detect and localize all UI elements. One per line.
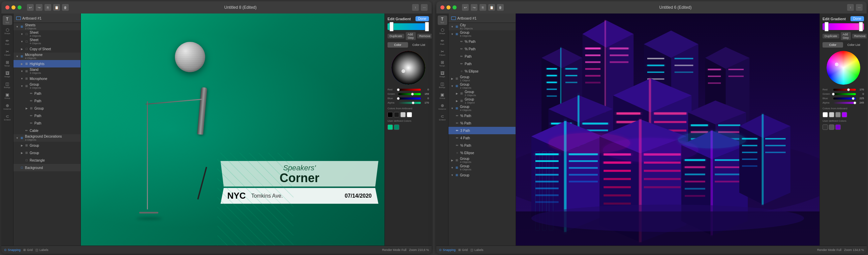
layer-r-group-3a[interactable]: ▶ ⊞ Group 2 Objects — [448, 90, 516, 97]
labels-toggle-left[interactable]: ◫ Labels — [35, 248, 49, 252]
minimize-button[interactable] — [11, 5, 16, 9]
swatch-3-right[interactable] — [842, 112, 847, 117]
redo-button[interactable]: ↪ — [36, 4, 42, 11]
layer-r-path-1[interactable]: ✏ % Path — [448, 38, 516, 45]
layer-r-group-3b[interactable]: ▶ ⊞ Group 1 Object — [448, 97, 516, 105]
expand-1[interactable]: ▼ — [20, 40, 24, 43]
expand-city[interactable]: ▼ — [451, 25, 454, 28]
layer-group-6[interactable]: ▶ ⊞ Group — [13, 149, 81, 157]
expand-bg[interactable] — [16, 166, 19, 169]
tool-shape-r[interactable]: ⬡ Shape — [438, 26, 447, 36]
layer-path-3[interactable]: ✏ Path — [13, 112, 81, 119]
snapping-toggle-right[interactable]: ⊙ Snapping — [439, 248, 456, 252]
layer-microphone[interactable]: ▼ ⊞ Microphone 4 Objects — [13, 53, 81, 60]
layer-r-path-5[interactable]: ✏ % Path — [448, 112, 516, 119]
alpha-slider-left[interactable] — [398, 102, 421, 104]
zoom-control-right[interactable]: Zoom 134,6 % — [844, 248, 864, 252]
paste-button[interactable]: 📋 — [53, 4, 60, 11]
canvas-left[interactable]: Speakers' Corner NYC Tomkins Ave. 07/14/… — [81, 13, 384, 246]
expand-r-g6[interactable]: ▼ — [451, 166, 454, 169]
delete-button-right[interactable]: 🗑 — [497, 4, 504, 11]
maximize-button[interactable] — [18, 5, 22, 9]
add-step-button-right[interactable]: Add Step — [841, 32, 851, 40]
grid-toggle-right[interactable]: ⊞ Grid — [458, 248, 468, 252]
gradient-stop-r-1[interactable] — [825, 22, 829, 31]
minimize-button-right[interactable] — [446, 5, 451, 9]
layer-r-group-1[interactable]: ▼ ⊞ Group 6 Objects — [448, 30, 516, 38]
green-slider-left[interactable] — [398, 93, 421, 95]
expand-r-g7[interactable]: ▼ — [451, 173, 454, 177]
undo-button-right[interactable]: ↩ — [462, 4, 469, 11]
expand-p2[interactable] — [25, 99, 28, 103]
remove-button-left[interactable]: Remove — [417, 34, 432, 38]
expand-mic[interactable]: ▼ — [16, 55, 19, 58]
color-wheel-container-right[interactable] — [823, 50, 864, 86]
delete-button[interactable]: 🗑 — [62, 4, 69, 11]
gradient-preview-right[interactable] — [823, 23, 864, 30]
user-swatch-1-left[interactable] — [394, 124, 399, 130]
layer-r-group-2[interactable]: ▶ ⊞ Group 1 Object — [448, 75, 516, 82]
expand-p3[interactable] — [25, 114, 28, 117]
share-button-right[interactable]: ↑ — [847, 4, 854, 11]
layer-mic-inner[interactable]: ▼ ⊞ Microphone — [13, 75, 81, 82]
done-button-right[interactable]: Done — [850, 16, 864, 21]
duplicate-button-left[interactable]: Duplicate — [388, 34, 404, 38]
layer-r-path-3[interactable]: ✏ Path — [448, 53, 516, 60]
expand-mic-inner[interactable]: ▼ — [20, 77, 24, 80]
expand-r-g5[interactable]: ▶ — [451, 159, 454, 162]
color-wheel-left[interactable] — [392, 51, 425, 85]
layer-r-group-6[interactable]: ▼ ⊞ Group 8 Objects — [448, 164, 516, 171]
layer-stand[interactable]: ▼ ⊞ Stand 3 Objects — [13, 67, 81, 75]
expand-stand[interactable]: ▼ — [20, 69, 24, 73]
blue-slider-right[interactable] — [833, 97, 856, 100]
more-button[interactable]: ··· — [421, 4, 428, 11]
layer-item-2[interactable]: ▶ □ Copy of Sheet — [13, 45, 81, 53]
layer-r-path-9[interactable]: ✏ % Path — [448, 142, 516, 149]
close-button-right[interactable] — [440, 5, 444, 9]
alpha-thumb-right[interactable] — [854, 102, 856, 104]
add-step-button-left[interactable]: Add Step — [406, 32, 416, 40]
layer-path-2[interactable]: ✏ Path — [13, 97, 81, 105]
undo-button[interactable]: ↩ — [27, 4, 34, 11]
layer-highlights[interactable]: ▶ ⊞ Highlights — [13, 60, 81, 67]
color-list-tab-left[interactable]: Color List — [409, 42, 429, 48]
blue-slider-left[interactable] — [398, 97, 421, 100]
blue-thumb-left[interactable] — [397, 97, 400, 100]
layer-sheets-group[interactable]: ▼ ⊞ Sheets 3 Objects — [13, 23, 81, 30]
color-tab-left[interactable]: Color — [388, 42, 408, 48]
green-slider-right[interactable] — [833, 93, 856, 95]
expand-g6[interactable]: ▶ — [20, 151, 24, 154]
gradient-preview-left[interactable] — [388, 23, 429, 30]
expand-bg-dec[interactable]: ▼ — [16, 136, 19, 140]
layer-item-0[interactable]: ▼ □ Sheet 4 Objects — [13, 30, 81, 38]
done-button-left[interactable]: Done — [415, 16, 429, 21]
user-swatch-0-left[interactable] — [388, 124, 393, 130]
color-wheel-container-left[interactable] — [388, 50, 429, 86]
layer-r-group-3[interactable]: ▼ ⊞ Group 2 Objects — [448, 82, 516, 90]
layer-cable[interactable]: ✏ Cable — [13, 127, 81, 134]
tool-group-r[interactable]: ▣ Group — [438, 91, 447, 101]
layer-r-group-4[interactable]: ▼ ⊞ Group 4 Objects — [448, 105, 516, 112]
red-slider-right[interactable] — [833, 89, 856, 91]
expand-2[interactable]: ▶ — [20, 47, 24, 51]
red-thumb-left[interactable] — [397, 88, 400, 91]
expand-rect[interactable] — [20, 159, 24, 162]
expand-sheets[interactable]: ▼ — [16, 25, 19, 28]
user-swatch-0-right[interactable] — [823, 124, 828, 130]
tool-background[interactable]: ◫ Backgr. — [3, 80, 12, 90]
layer-r-path-8[interactable]: ✏ 4 Path — [448, 134, 516, 142]
color-wheel-right[interactable] — [827, 51, 860, 85]
layer-r-ellipse-1[interactable]: ○ % Ellipse — [448, 67, 516, 75]
expand-p1[interactable] — [25, 92, 28, 95]
swatch-2-right[interactable] — [835, 112, 841, 117]
expand-r-g3a[interactable]: ▶ — [455, 92, 459, 95]
layer-path-1[interactable]: ✏ Path — [13, 90, 81, 97]
copy-button-right[interactable]: ⎘ — [479, 4, 486, 11]
color-list-tab-right[interactable]: Color List — [844, 42, 864, 48]
tool-instance[interactable]: ⊕ Instance — [3, 102, 12, 111]
paste-button-right[interactable]: 📋 — [488, 4, 495, 11]
gradient-stop-1[interactable] — [390, 22, 394, 31]
layer-rectangle[interactable]: □ Rectangle — [13, 157, 81, 164]
tool-shape[interactable]: ⬡ Shape — [3, 26, 12, 36]
expand-p4[interactable] — [25, 121, 28, 125]
